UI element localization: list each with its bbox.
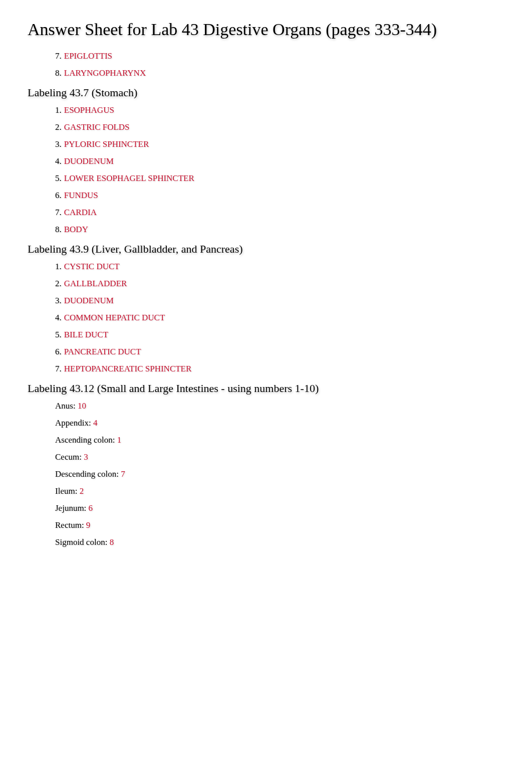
item-number: 3.	[55, 296, 62, 305]
item-answer: DUODENUM	[64, 296, 114, 305]
kv-item: Jejunum: 6	[55, 503, 504, 513]
item-answer: BODY	[64, 225, 88, 234]
kv-item: Cecum: 3	[55, 452, 504, 462]
item-answer: BILE DUCT	[64, 330, 108, 339]
item-number: 7.	[55, 364, 62, 373]
list-item: 3.PYLORIC SPHINCTER	[55, 139, 504, 149]
item-answer: GALLBLADDER	[64, 279, 127, 288]
item-answer: HEPTOPANCREATIC SPHINCTER	[64, 364, 192, 373]
section-1-heading: Labeling 43.7 (Stomach)	[28, 86, 504, 99]
list-item: 1.CYSTIC DUCT	[55, 262, 504, 272]
item-answer: PANCREATIC DUCT	[64, 347, 141, 356]
kv-label: Jejunum:	[55, 503, 89, 513]
item-answer: LOWER ESOPHAGEL SPHINCTER	[64, 173, 194, 183]
kv-item: Descending colon: 7	[55, 469, 504, 479]
item-number: 7.	[55, 208, 62, 217]
list-item: 2.GASTRIC FOLDS	[55, 122, 504, 132]
kv-item: Ileum: 2	[55, 486, 504, 496]
item-number: 5.	[55, 173, 62, 183]
item-answer: LARYNGOPHARYNX	[64, 68, 146, 78]
item-number: 4.	[55, 313, 62, 322]
item-number: 5.	[55, 330, 62, 339]
item-answer: COMMON HEPATIC DUCT	[64, 313, 165, 322]
list-item: 2.GALLBLADDER	[55, 279, 504, 289]
kv-value: 2	[80, 486, 84, 496]
list-item: 6.FUNDUS	[55, 190, 504, 201]
item-answer: CYSTIC DUCT	[64, 262, 120, 271]
section-3-heading: Labeling 43.12 (Small and Large Intestin…	[28, 382, 504, 395]
kv-value: 7	[121, 469, 125, 479]
item-number: 1.	[55, 105, 62, 115]
kv-value: 10	[78, 401, 86, 411]
kv-value: 1	[117, 435, 122, 445]
item-number: 8.	[55, 225, 62, 234]
item-answer: GASTRIC FOLDS	[64, 122, 130, 132]
kv-label: Appendix:	[55, 418, 93, 428]
item-number: 2.	[55, 122, 62, 132]
item-number: 2.	[55, 279, 62, 288]
kv-item: Sigmoid colon: 8	[55, 537, 504, 547]
list-item: 5.BILE DUCT	[55, 330, 504, 340]
kv-value: 6	[89, 503, 93, 513]
section-3-list: Anus: 10 Appendix: 4 Ascending colon: 1 …	[28, 401, 504, 547]
kv-label: Rectum:	[55, 520, 86, 530]
item-answer: FUNDUS	[64, 190, 98, 200]
list-item: 5.LOWER ESOPHAGEL SPHINCTER	[55, 173, 504, 183]
item-answer: EPIGLOTTIS	[64, 51, 112, 61]
kv-value: 9	[86, 520, 91, 530]
kv-label: Sigmoid colon:	[55, 537, 110, 547]
section-2-heading: Labeling 43.9 (Liver, Gallbladder, and P…	[28, 243, 504, 256]
kv-label: Anus:	[55, 401, 78, 411]
item-answer: ESOPHAGUS	[64, 105, 114, 115]
kv-value: 3	[84, 452, 88, 462]
item-number: 8.	[55, 68, 62, 78]
kv-item: Anus: 10	[55, 401, 504, 411]
kv-label: Ascending colon:	[55, 435, 117, 445]
list-item: 3.DUODENUM	[55, 296, 504, 306]
item-number: 4.	[55, 156, 62, 166]
item-number: 7.	[55, 51, 62, 61]
section-1-list: 1.ESOPHAGUS 2.GASTRIC FOLDS 3.PYLORIC SP…	[28, 105, 504, 235]
kv-value: 8	[110, 537, 114, 547]
list-item: 4.DUODENUM	[55, 156, 504, 166]
list-item: 8.BODY	[55, 225, 504, 235]
list-item: 6.PANCREATIC DUCT	[55, 347, 504, 357]
list-item: 7.HEPTOPANCREATIC SPHINCTER	[55, 364, 504, 374]
section-0-list: 7.EPIGLOTTIS 8.LARYNGOPHARYNX	[28, 51, 504, 78]
kv-item: Ascending colon: 1	[55, 435, 504, 445]
kv-label: Cecum:	[55, 452, 84, 462]
kv-item: Appendix: 4	[55, 418, 504, 428]
section-2-list: 1.CYSTIC DUCT 2.GALLBLADDER 3.DUODENUM 4…	[28, 262, 504, 374]
item-number: 1.	[55, 262, 62, 271]
page-title: Answer Sheet for Lab 43 Digestive Organs…	[28, 20, 504, 39]
kv-label: Ileum:	[55, 486, 80, 496]
list-item: 4.COMMON HEPATIC DUCT	[55, 313, 504, 323]
kv-label: Descending colon:	[55, 469, 121, 479]
kv-item: Rectum: 9	[55, 520, 504, 530]
item-answer: CARDIA	[64, 208, 97, 217]
item-number: 3.	[55, 139, 62, 149]
item-number: 6.	[55, 347, 62, 356]
list-item: 8.LARYNGOPHARYNX	[55, 68, 504, 78]
item-number: 6.	[55, 190, 62, 200]
list-item: 1.ESOPHAGUS	[55, 105, 504, 115]
item-answer: DUODENUM	[64, 156, 114, 166]
list-item: 7.CARDIA	[55, 208, 504, 218]
item-answer: PYLORIC SPHINCTER	[64, 139, 149, 149]
kv-value: 4	[93, 418, 98, 428]
list-item: 7.EPIGLOTTIS	[55, 51, 504, 61]
